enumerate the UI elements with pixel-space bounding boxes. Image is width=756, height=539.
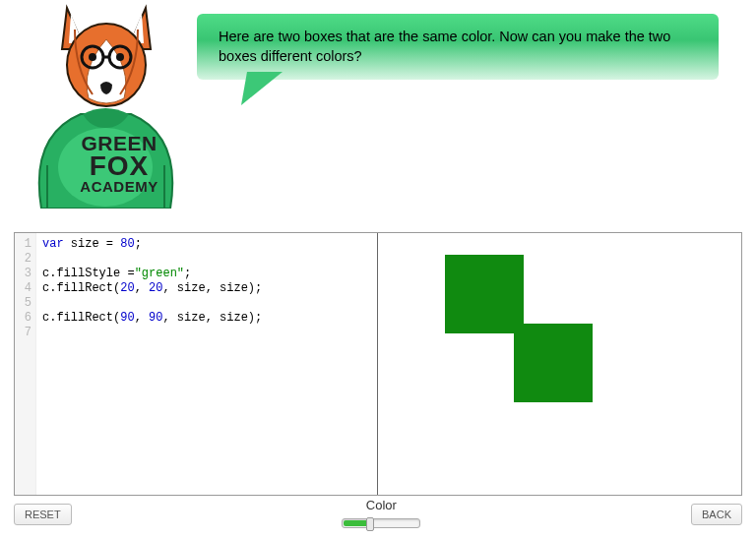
svg-point-4 — [89, 53, 96, 61]
footer-bar: RESET Color BACK — [14, 500, 742, 529]
instruction-bubble: Here are two boxes that are the same col… — [197, 14, 719, 80]
code-line[interactable]: c.fillRect(20, 20, size, size); — [42, 281, 262, 296]
line-number: 4 — [15, 281, 32, 296]
color-slider[interactable] — [342, 518, 420, 528]
code-line[interactable]: c.fillRect(90, 90, size, size); — [42, 311, 262, 326]
line-number: 6 — [15, 311, 32, 326]
code-line[interactable]: c.fillStyle ="green"; — [42, 267, 262, 281]
code-line[interactable] — [42, 252, 262, 267]
svg-point-5 — [116, 53, 124, 61]
editor-code[interactable]: var size = 80; c.fillStyle ="green";c.fi… — [36, 233, 268, 495]
line-number: 5 — [15, 296, 32, 311]
code-line[interactable] — [42, 326, 262, 340]
code-editor[interactable]: 1234567 var size = 80; c.fillStyle ="gre… — [15, 233, 378, 495]
mascot-fox: GREEN FOX ACADEMY — [30, 0, 182, 209]
line-number: 7 — [15, 326, 32, 340]
canvas-rect — [445, 255, 524, 333]
color-slider-thumb[interactable] — [366, 517, 374, 531]
color-slider-label: Color — [72, 498, 691, 512]
canvas-rect — [514, 324, 593, 402]
workspace: 1234567 var size = 80; c.fillStyle ="gre… — [14, 232, 742, 496]
reset-button[interactable]: RESET — [14, 504, 72, 525]
canvas-output — [378, 233, 741, 495]
code-line[interactable]: var size = 80; — [42, 237, 262, 252]
line-number: 2 — [15, 252, 32, 267]
line-number: 1 — [15, 237, 32, 252]
mascot-shirt-text: GREEN FOX ACADEMY — [71, 134, 167, 194]
back-button[interactable]: BACK — [691, 504, 742, 525]
editor-gutter: 1234567 — [15, 233, 36, 495]
line-number: 3 — [15, 267, 32, 281]
instruction-text: Here are two boxes that are the same col… — [219, 29, 670, 64]
code-line[interactable] — [42, 296, 262, 311]
fox-head-icon — [57, 0, 156, 110]
